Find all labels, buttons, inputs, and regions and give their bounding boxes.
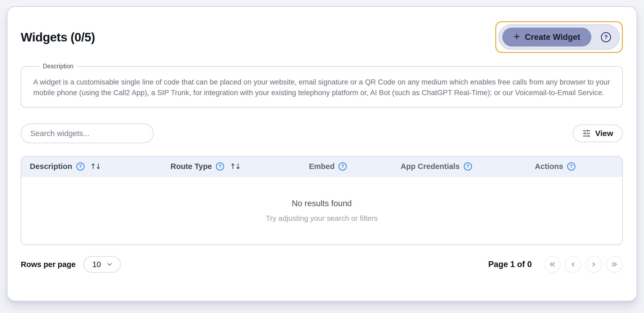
- create-widget-help-icon[interactable]: ?: [601, 32, 611, 42]
- previous-page-button[interactable]: [565, 256, 581, 273]
- last-page-button[interactable]: [606, 256, 623, 273]
- page-status: Page 1 of 0: [488, 260, 532, 269]
- page-title: Widgets (0/5): [21, 30, 95, 44]
- pagination-bar: Rows per page 10 Page 1 of 0: [21, 256, 623, 273]
- sliders-icon: [582, 129, 591, 138]
- table-header-row: Description ? ↑↓ Route Type ? ↑↓ Embed ?…: [21, 156, 622, 177]
- widgets-table: Description ? ↑↓ Route Type ? ↑↓ Embed ?…: [21, 156, 623, 245]
- chevrons-right-icon: [610, 260, 618, 268]
- description-legend: Description: [40, 63, 77, 70]
- column-header-embed: Embed ?: [309, 162, 401, 171]
- pager: Page 1 of 0: [488, 256, 623, 273]
- rows-per-page-label: Rows per page: [21, 260, 76, 269]
- empty-state-subtitle: Try adjusting your search or filters: [266, 214, 378, 223]
- create-widget-highlight-ring: + Create Widget ?: [495, 21, 623, 53]
- column-header-actions: Actions ?: [535, 162, 614, 171]
- first-page-button[interactable]: [544, 256, 561, 273]
- empty-state-title: No results found: [292, 199, 352, 208]
- view-button-label: View: [595, 129, 613, 138]
- help-icon[interactable]: ?: [338, 162, 347, 171]
- help-icon[interactable]: ?: [567, 162, 575, 171]
- column-header-route-type: Route Type ? ↑↓: [170, 162, 309, 171]
- chevron-left-icon: [569, 260, 577, 268]
- column-label: Route Type: [170, 162, 212, 171]
- column-header-description: Description ? ↑↓: [30, 162, 170, 171]
- column-label: Description: [30, 162, 72, 171]
- next-page-button[interactable]: [586, 256, 602, 273]
- rows-per-page-group: Rows per page 10: [21, 256, 121, 273]
- sort-icon[interactable]: ↑↓: [228, 163, 240, 170]
- description-panel: Description A widget is a customisable s…: [21, 63, 623, 108]
- help-icon[interactable]: ?: [464, 162, 472, 171]
- column-header-app-credentials: App Credentials ?: [400, 162, 535, 171]
- page-background: { "header": { "title": "Widgets (0/5)", …: [0, 0, 644, 313]
- rows-per-page-value: 10: [92, 260, 101, 269]
- chevron-down-icon: [106, 261, 113, 268]
- create-widget-group: + Create Widget ?: [499, 24, 620, 50]
- plus-icon: +: [513, 31, 520, 42]
- toolbar: View: [21, 124, 623, 143]
- pager-buttons: [544, 256, 623, 273]
- column-label: App Credentials: [400, 162, 459, 171]
- description-text: A widget is a customisable single line o…: [33, 77, 610, 98]
- create-widget-label: Create Widget: [525, 32, 580, 42]
- rows-per-page-select[interactable]: 10: [83, 256, 121, 273]
- header-row: Widgets (0/5) + Create Widget ?: [21, 21, 623, 53]
- column-label: Actions: [535, 162, 563, 171]
- table-empty-state: No results found Try adjusting your sear…: [21, 177, 622, 244]
- widgets-card: Widgets (0/5) + Create Widget ? Descript…: [7, 6, 637, 301]
- chevron-right-icon: [590, 260, 598, 268]
- help-icon[interactable]: ?: [76, 162, 85, 171]
- sort-icon[interactable]: ↑↓: [89, 163, 101, 170]
- help-icon[interactable]: ?: [216, 162, 224, 171]
- view-button[interactable]: View: [573, 125, 623, 142]
- chevrons-left-icon: [548, 260, 556, 268]
- column-label: Embed: [309, 162, 335, 171]
- search-input[interactable]: [21, 124, 154, 143]
- create-widget-button[interactable]: + Create Widget: [502, 28, 591, 46]
